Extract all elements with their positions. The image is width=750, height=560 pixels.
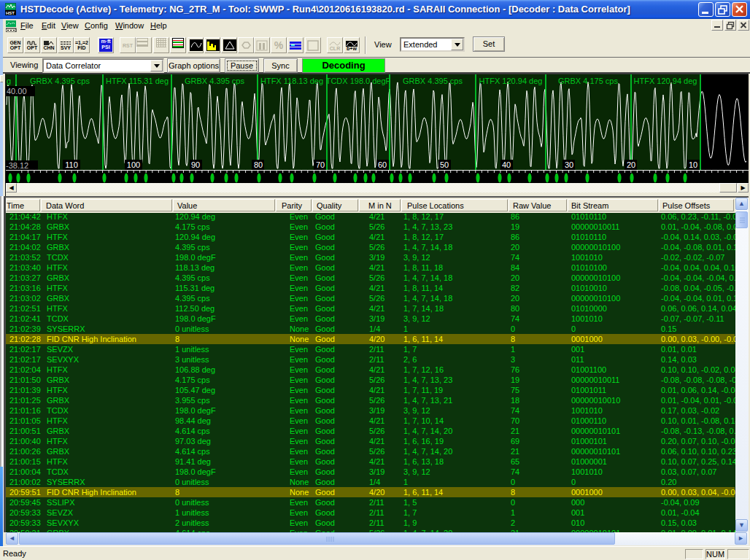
- svg-text:g: g: [7, 77, 11, 85]
- svg-text:110: 110: [65, 160, 78, 169]
- svg-text:GRBX 4.175 cps: GRBX 4.175 cps: [558, 77, 618, 85]
- svg-text:GRBX 4.395 cps: GRBX 4.395 cps: [30, 77, 90, 85]
- svg-text:10: 10: [689, 160, 697, 169]
- svg-text:80: 80: [254, 160, 263, 169]
- svg-text:40: 40: [502, 160, 511, 169]
- svg-text:30: 30: [565, 160, 573, 169]
- svg-text:60: 60: [378, 160, 387, 169]
- svg-text:40.00: 40.00: [7, 87, 27, 96]
- svg-text:HTFX 120.94 deg: HTFX 120.94 deg: [634, 77, 697, 85]
- svg-text:GRBX 4.395 cps: GRBX 4.395 cps: [185, 77, 244, 85]
- svg-text:GRBX 4.395 cps: GRBX 4.395 cps: [403, 77, 463, 85]
- svg-text:20: 20: [627, 160, 635, 169]
- svg-text:70: 70: [316, 160, 325, 169]
- svg-text:HTFX 115.31 deg: HTFX 115.31 deg: [106, 77, 169, 85]
- svg-text:90: 90: [191, 160, 200, 169]
- svg-text:50: 50: [440, 160, 449, 169]
- svg-text:100: 100: [127, 160, 140, 169]
- svg-text:-38.12: -38.12: [6, 161, 28, 170]
- svg-text:HTFX 120.94 deg: HTFX 120.94 deg: [479, 77, 543, 85]
- svg-text:TCDX 198.0 degF: TCDX 198.0 degF: [326, 77, 391, 85]
- svg-text:HTFX 118.13 deg: HTFX 118.13 deg: [260, 77, 323, 85]
- svg-text:HST: HST: [6, 11, 15, 15]
